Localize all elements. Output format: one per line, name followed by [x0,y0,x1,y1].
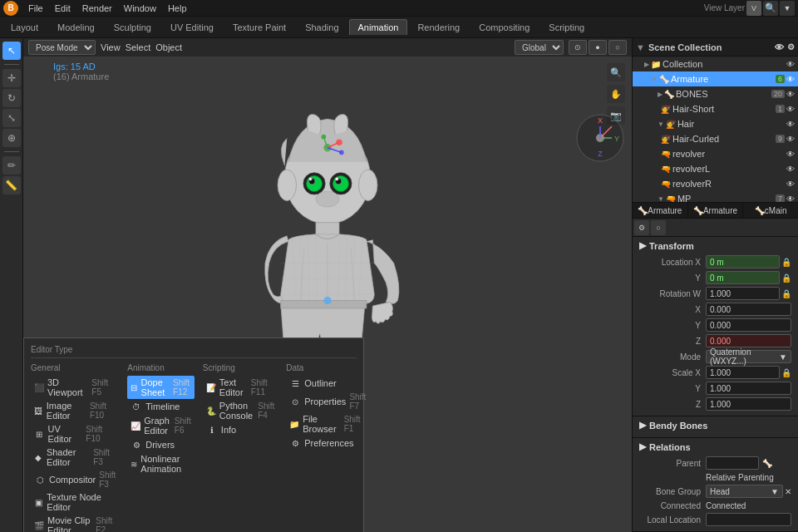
sc-item-revolverl[interactable]: 🔫 revolverL 👁 [633,161,798,176]
subtab-armature2[interactable]: 🦴 Armature [688,203,744,218]
sc-item-mp[interactable]: ▼ 🔫 MP 7 👁 [633,191,798,202]
shading-button[interactable]: ● [589,40,607,55]
settings-icon-sc[interactable]: ⚙ [787,42,795,52]
tab-sculpting[interactable]: Sculpting [105,19,160,35]
eye-icon-hc[interactable]: 👁 [786,135,795,144]
tool-scale[interactable]: ⤡ [2,109,21,127]
mode-select[interactable]: Quaternion (WXYZ...) ▼ [706,350,791,363]
zoom-icon[interactable]: 🔍 [607,63,625,81]
eye-icon-rl[interactable]: 👁 [786,165,795,174]
remove-icon[interactable]: ✕ [785,487,791,496]
tool-cursor[interactable]: ↖ [2,42,21,60]
eye-icon-h[interactable]: 👁 [786,120,795,129]
tool-annotate[interactable]: ✏ [2,156,21,175]
scale-z-value[interactable]: 1.000 [706,397,791,411]
sc-item-bones[interactable]: ▶ 🦴 BONES 20 👁 [633,86,798,101]
location-y-value[interactable]: 0 m [706,271,780,284]
editor-properties[interactable]: ⊙Properties Shift F7 [286,391,369,412]
subtab-armature1[interactable]: 🦴 Armature [633,203,688,218]
search-icon[interactable]: 🔍 [763,1,778,16]
tab-layout[interactable]: Layout [2,19,47,35]
menu-help[interactable]: Help [163,2,192,15]
editor-drivers[interactable]: ⚙Drivers [127,437,195,452]
viewport-view-label[interactable]: View [101,42,121,52]
eye-icon-arm[interactable]: 👁 [786,75,795,84]
editor-texture-node[interactable]: ▣Texture Node Editor [31,490,119,514]
tool-rotate[interactable]: ↻ [2,89,21,107]
hand-icon[interactable]: ✋ [607,85,625,103]
sc-item-armature[interactable]: ▼ 🦴 Armature 6 👁 [633,71,798,86]
eye-icon-r[interactable]: 👁 [786,150,795,159]
editor-outliner[interactable]: ☰Outliner [286,376,369,391]
tab-compositing[interactable]: Compositing [470,19,539,35]
prop-icon-2[interactable]: ○ [651,220,666,235]
eye-icon[interactable]: 👁 [786,60,795,69]
bone-select-icon[interactable]: 🦴 [762,459,772,468]
editor-timeline[interactable]: ⏱Timeline [127,399,195,414]
eye-icon-hs[interactable]: 👁 [786,105,795,114]
editor-nla[interactable]: ≋Nonlinear Animation [127,452,195,475]
menu-window[interactable]: Window [119,2,161,15]
menu-edit[interactable]: Edit [50,2,76,15]
viewport-mode-select[interactable]: Pose Mode [28,40,96,55]
editor-3d-viewport[interactable]: ⬛3D Viewport Shift F5 [31,376,119,399]
tab-animation[interactable]: Animation [349,19,408,35]
editor-movie-clip[interactable]: 🎬Movie Clip Editor Shift F2 [31,514,119,532]
scale-x-value[interactable]: 1.000 [706,366,780,379]
editor-python[interactable]: 🐍Python Console Shift F4 [203,399,278,422]
sc-item-revolver[interactable]: 🔫 revolver 👁 [633,146,798,161]
scale-y-value[interactable]: 1.000 [706,382,791,395]
editor-image[interactable]: 🖼Image Editor Shift F10 [31,399,119,422]
lock-icon-y[interactable]: 🔒 [781,273,791,283]
sc-item-hair[interactable]: ▼ 💇 Hair 👁 [633,116,798,131]
rendered-button[interactable]: ○ [608,40,627,55]
viewport-transform-select[interactable]: Global [515,40,564,55]
editor-graph[interactable]: 📈Graph Editor Shift F6 [127,414,195,437]
sc-item-collection[interactable]: ▶ 📁 Collection 👁 [633,57,798,71]
local-location-value[interactable] [706,513,791,526]
rotation-y-value[interactable]: 0.000 [706,318,791,332]
viewport-object-label[interactable]: Object [155,42,182,52]
tab-modeling[interactable]: Modeling [48,19,104,35]
sc-item-revolverr[interactable]: 🔫 revolverR 👁 [633,176,798,191]
bone-group-select[interactable]: Head ▼ [706,485,783,498]
tab-uv-editing[interactable]: UV Editing [161,19,223,35]
lock-icon-sx[interactable]: 🔒 [781,368,791,377]
eye-icon-bones[interactable]: 👁 [786,90,795,99]
tool-move[interactable]: ✛ [2,69,21,87]
viewport-select-label[interactable]: Select [126,42,151,52]
tab-rendering[interactable]: Rendering [408,19,469,35]
lock-icon-rw[interactable]: 🔒 [781,289,791,298]
sc-item-hair-curled[interactable]: 💇 Hair-Curled 9 👁 [633,131,798,146]
editor-uv[interactable]: ⊞UV Editor Shift F10 [31,422,119,446]
filter-icon[interactable]: ▼ [780,1,795,16]
tab-shading[interactable]: Shading [296,19,347,35]
editor-preferences[interactable]: ⚙Preferences [286,436,369,451]
editor-compositor[interactable]: ⬡Compositor Shift F3 [31,469,119,490]
editor-shader[interactable]: ◆Shader Editor Shift F3 [31,446,119,469]
editor-info[interactable]: ℹInfo [203,422,278,437]
tool-transform[interactable]: ⊕ [2,129,21,147]
sc-item-hair-short[interactable]: 💇 Hair-Short 1 👁 [633,101,798,116]
parent-value[interactable] [706,456,759,470]
tool-measure[interactable]: 📏 [2,176,21,195]
rotation-x-value[interactable]: 0.000 [706,303,791,316]
menu-file[interactable]: File [23,2,48,15]
editor-dope-sheet[interactable]: ⊟Dope Sheet Shift F12 [127,376,195,399]
overlay-button[interactable]: ⊙ [569,40,587,55]
eye-icon-sc[interactable]: 👁 [775,42,784,52]
prop-icon-1[interactable]: ⚙ [634,220,649,235]
3d-viewport[interactable]: Pose Mode View Select Object Global ⊙ ● … [23,38,632,532]
subtab-cmain[interactable]: 🦴 cMain [743,203,798,218]
editor-file-browser[interactable]: 📁File Browser Shift F1 [286,412,369,436]
eye-icon-rr[interactable]: 👁 [786,180,795,189]
lock-icon-x[interactable]: 🔒 [781,258,791,267]
editor-text[interactable]: 📝Text Editor Shift F11 [203,376,278,399]
rotation-z-value[interactable]: 0.000 [706,334,791,347]
navigation-gizmo[interactable]: X Y Z [575,113,625,163]
location-x-value[interactable]: 0 m [706,255,780,268]
eye-icon-mp[interactable]: 👁 [786,195,795,203]
tab-scripting[interactable]: Scripting [539,19,594,35]
rotation-w-value[interactable]: 1.000 [706,287,780,300]
menu-render[interactable]: Render [77,2,117,15]
